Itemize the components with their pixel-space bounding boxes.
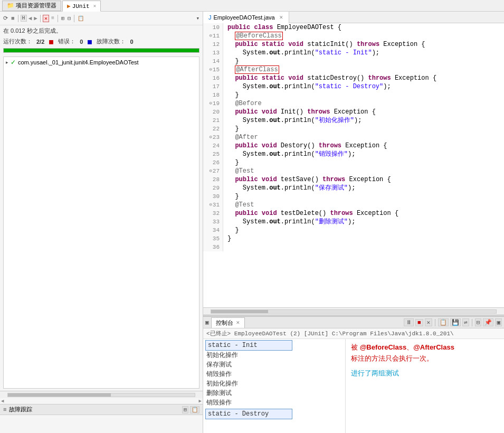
- tab-junit[interactable]: ▶ JUnit ✕: [62, 1, 101, 12]
- console-expand-btn[interactable]: ▣: [495, 318, 502, 326]
- editor-tab[interactable]: J EmployeeDAOTest.java ✕: [203, 12, 289, 23]
- line-content: System.out.println("static - Destroy");: [223, 82, 391, 91]
- console-output: static - Init 初始化操作 保存测试 销毁操作 初始化操作 删除测试…: [203, 339, 346, 433]
- stop-button[interactable]: ■: [10, 15, 16, 22]
- tab-project-explorer[interactable]: 📁 项目资源管理器: [2, 1, 61, 11]
- code-line: 16 public static void staticDestroy() th…: [203, 74, 504, 82]
- line-content: System.out.println("初始化操作");: [223, 116, 362, 125]
- line-content: }: [223, 91, 239, 99]
- skip-pass-button[interactable]: ≡: [50, 15, 55, 21]
- line-content: public class EmployeeDAOTest {: [223, 23, 341, 32]
- code-line: ⊖23 @After: [203, 133, 504, 142]
- console-line: 删除测试: [205, 389, 343, 398]
- java-file-icon: J: [208, 14, 212, 21]
- stack-list-icon: ≡: [3, 407, 7, 413]
- line-content: @AfterClass: [223, 65, 279, 74]
- console-split-btn[interactable]: ⊟: [475, 318, 482, 326]
- copy-button[interactable]: 📋: [77, 15, 85, 22]
- line-content: System.out.println("static - Init");: [223, 49, 379, 57]
- code-line: 21 System.out.println("初始化操作");: [203, 116, 504, 125]
- line-number: 28: [203, 175, 223, 184]
- line-number: 33: [203, 218, 223, 226]
- stack-filter-icon[interactable]: ⊞: [182, 406, 188, 413]
- nav-next-button[interactable]: ▶: [33, 15, 38, 22]
- filter-error-button[interactable]: ✕: [43, 15, 49, 22]
- line-number: 22: [203, 125, 223, 133]
- junit-close-icon[interactable]: ✕: [93, 3, 96, 9]
- line-number: 17: [203, 82, 223, 91]
- run-count-label: 运行次数：: [3, 37, 32, 45]
- progress-container: [3, 48, 199, 53]
- code-editor: 10 public class EmployeeDAOTest { ⊖11 @B…: [203, 23, 504, 307]
- code-line: 35 }: [203, 234, 504, 243]
- error-icon: ◼: [49, 38, 54, 45]
- line-content: System.out.println("保存测试");: [223, 184, 355, 192]
- console-wrap-btn[interactable]: ⇌: [462, 318, 469, 326]
- code-line: 18 }: [203, 91, 504, 99]
- code-line: ⊖11 @BeforeClass: [203, 32, 504, 40]
- line-number: 34: [203, 226, 223, 234]
- line-content: [223, 243, 231, 251]
- console-line-static-init: static - Init: [205, 340, 343, 351]
- code-line: 24 public void Destory() throws Exceptio…: [203, 142, 504, 150]
- line-content: public void testDelete() throws Exceptio…: [223, 209, 398, 218]
- console-line: 保存测试: [205, 360, 343, 370]
- line-number: 25: [203, 150, 223, 158]
- line-content: public static void staticDestroy() throw…: [223, 74, 436, 82]
- h-scrollbar[interactable]: [0, 391, 203, 398]
- line-content: System.out.println("删除测试");: [223, 218, 355, 226]
- line-content: System.out.println("销毁操作");: [223, 150, 355, 158]
- line-number: 18: [203, 91, 223, 99]
- line-number: ⊖27: [203, 167, 223, 175]
- line-content: @After: [223, 133, 258, 142]
- console-panel: ▣ 控制台 ✕ ⏸ ■ ✕ 📋 💾 ⇌: [203, 317, 504, 433]
- console-stop-btn[interactable]: ■: [415, 319, 423, 326]
- console-line-static-destroy: static - Destroy: [205, 409, 343, 419]
- console-clear-btn[interactable]: ✕: [425, 318, 433, 326]
- status-text: 在 0.012 秒之后完成。: [0, 25, 203, 36]
- stack-copy-icon[interactable]: 📋: [190, 406, 199, 413]
- code-line: 10 public class EmployeeDAOTest {: [203, 23, 504, 32]
- line-content: public void Destory() throws Exception {: [223, 142, 387, 150]
- line-content: }: [223, 158, 239, 167]
- editor-filename: EmployeeDAOTest.java: [214, 14, 275, 21]
- line-number: 30: [203, 192, 223, 201]
- tree-item[interactable]: ▸ ✓ com.yusael._01_junit.junit4.Employee…: [4, 57, 199, 68]
- editor-h-scroll[interactable]: [203, 307, 504, 315]
- collapse-all-button[interactable]: ⊟: [66, 15, 72, 22]
- history-button[interactable]: H: [21, 15, 27, 22]
- line-content: public void testSave() throws Exception …: [223, 175, 391, 184]
- line-number: 10: [203, 23, 223, 32]
- console-line: 初始化操作: [205, 379, 343, 389]
- line-number: 20: [203, 108, 223, 116]
- line-number: 35: [203, 234, 223, 243]
- line-number: 21: [203, 116, 223, 125]
- scroll-left-btn[interactable]: ◀: [1, 398, 4, 404]
- two-group-note: 进行了两组测试: [351, 369, 499, 378]
- line-number: 13: [203, 49, 223, 57]
- console-pause-btn[interactable]: ⏸: [404, 318, 414, 326]
- nav-prev-button[interactable]: ◀: [28, 15, 33, 22]
- console-tab[interactable]: 控制台 ✕: [211, 317, 245, 328]
- line-number: ⊖15: [203, 65, 223, 74]
- console-save-btn[interactable]: 💾: [450, 318, 461, 326]
- tree-item-label: com.yusael._01_junit.junit4.EmployeeDAOT…: [18, 59, 139, 65]
- code-line: 13 System.out.println("static - Init");: [203, 49, 504, 57]
- console-copy-btn[interactable]: 📋: [438, 318, 449, 326]
- more-button[interactable]: ▾: [195, 15, 201, 22]
- editor-close-icon[interactable]: ✕: [279, 15, 283, 20]
- run-stats: 运行次数： 2/2 ◼ 错误： 0 ◼ 故障次数： 0: [0, 36, 203, 46]
- line-content: }: [223, 125, 239, 133]
- fail-count: 0: [130, 39, 133, 45]
- code-line: 33 System.out.println("删除测试");: [203, 218, 504, 226]
- console-title: 控制台: [216, 319, 233, 327]
- line-content: public static void staticInit() throws E…: [223, 40, 425, 49]
- line-content: }: [223, 57, 239, 65]
- scroll-right-btn[interactable]: ▶: [199, 398, 202, 404]
- line-number: 24: [203, 142, 223, 150]
- stack-trace-panel: ≡ 故障跟踪 ⊞ 📋: [0, 404, 203, 433]
- expand-all-button[interactable]: ⊞: [60, 15, 65, 22]
- rerun-button[interactable]: ⟳: [2, 15, 9, 22]
- console-pin-btn[interactable]: 📌: [483, 318, 493, 326]
- console-close-icon[interactable]: ✕: [236, 320, 240, 325]
